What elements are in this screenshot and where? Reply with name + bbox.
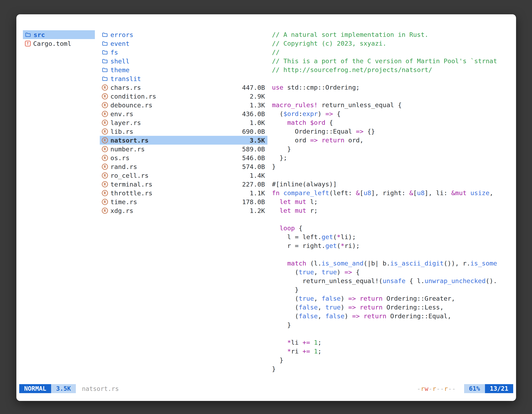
code-line: (false, false) => return Ordering::Equal… — [272, 312, 512, 320]
percent-badge: 61% — [464, 384, 485, 393]
file-size: 2.9K — [246, 93, 265, 100]
code-line: } — [272, 320, 512, 329]
rust-file-icon: R — [102, 85, 108, 91]
file-name: os.rs — [110, 154, 129, 162]
file-row[interactable]: Rlayer.rs1.0K — [100, 118, 267, 127]
file-name: debounce.rs — [110, 101, 152, 109]
code-line: let mut r; — [272, 206, 512, 215]
file-size: 3.5K — [246, 137, 265, 144]
folder-name: theme — [110, 66, 129, 74]
file-row[interactable]: Ros.rs546.0B — [100, 154, 267, 162]
folder-icon — [25, 32, 31, 38]
folder-row[interactable]: translit — [100, 74, 267, 83]
file-name: chars.rs — [110, 84, 141, 91]
rust-file-icon: R — [102, 102, 108, 108]
file-row[interactable]: Rnumber.rs589.0B — [100, 144, 267, 154]
position-badge: 13/21 — [485, 384, 513, 393]
file-size: 1.4K — [246, 172, 265, 179]
file-name: condition.rs — [110, 93, 156, 100]
file-row[interactable]: Renv.rs436.0B — [100, 109, 267, 118]
rust-file-icon: R — [102, 155, 108, 161]
file-row[interactable]: Rdebounce.rs1.3K — [100, 101, 267, 109]
folder-icon — [102, 40, 108, 47]
folder-icon — [102, 32, 108, 38]
folder-name: fs — [110, 49, 118, 56]
file-size: 546.0B — [238, 154, 265, 162]
file-row[interactable]: Rnatsort.rs3.5K — [100, 136, 267, 144]
file-name: lib.rs — [110, 128, 133, 135]
file-size: 178.0B — [238, 198, 265, 206]
file-row[interactable]: Rthrottle.rs1.1K — [100, 189, 267, 197]
code-line — [272, 329, 512, 338]
code-line: *li += 1; — [272, 338, 512, 347]
code-line: r = right.get(*ri); — [272, 241, 512, 250]
folder-name: shell — [110, 58, 129, 65]
file-manager-window: srcTCargo.toml errorseventfsshellthemetr… — [16, 14, 516, 401]
folder-name: event — [110, 40, 129, 47]
folder-icon — [102, 58, 108, 64]
file-row[interactable]: Rrand.rs574.0B — [100, 162, 267, 171]
code-line: // A natural sort implementation in Rust… — [272, 30, 512, 39]
rust-file-icon: R — [102, 93, 108, 99]
code-line: (false, true) => return Ordering::Less, — [272, 303, 512, 312]
code-line — [272, 250, 512, 259]
file-size: 1.0K — [246, 119, 265, 126]
folder-icon — [102, 76, 108, 82]
folder-row[interactable]: fs — [100, 48, 267, 57]
rust-file-icon: R — [102, 181, 108, 187]
file-size: 436.0B — [238, 110, 265, 118]
code-line: (true, true) => { — [272, 268, 512, 277]
file-name: number.rs — [110, 145, 145, 153]
file-row[interactable]: Rtime.rs178.0B — [100, 197, 267, 206]
code-line: use std::cmp::Ordering; — [272, 83, 512, 92]
file-size: 1.3K — [246, 101, 265, 109]
code-line: (true, false) => return Ordering::Greate… — [272, 294, 512, 303]
size-badge: 3.5K — [51, 384, 76, 393]
code-line: } — [272, 162, 512, 171]
file-row[interactable]: Rterminal.rs227.0B — [100, 180, 267, 189]
folder-row[interactable]: src — [23, 30, 95, 39]
file-size: 589.0B — [238, 145, 265, 153]
file-size: 690.0B — [238, 128, 265, 135]
code-line: match $ord { — [272, 118, 512, 127]
rust-file-icon: R — [102, 128, 108, 135]
rust-file-icon: R — [102, 137, 108, 143]
code-line: } — [272, 285, 512, 294]
file-row[interactable]: Rro_cell.rs1.4K — [100, 171, 267, 180]
file-size: 574.0B — [238, 163, 265, 170]
code-line: // — [272, 48, 512, 57]
file-name: throttle.rs — [110, 189, 152, 197]
code-line: *ri += 1; — [272, 347, 512, 356]
mode-badge: NORMAL — [19, 384, 51, 393]
file-row[interactable]: TCargo.toml — [23, 39, 95, 48]
code-line: // http://sourcefrog.net/projects/natsor… — [272, 66, 512, 74]
filename-label: natsort.rs — [82, 385, 119, 392]
parent-pane: srcTCargo.toml — [23, 30, 95, 48]
file-name: time.rs — [110, 198, 137, 206]
code-line — [272, 74, 512, 83]
file-row[interactable]: Rlib.rs690.0B — [100, 127, 267, 136]
folder-name: src — [34, 31, 45, 39]
folder-icon — [102, 67, 108, 73]
code-line: #[inline(always)] — [272, 180, 512, 189]
code-line: match (l.is_some_and(|b| b.is_ascii_digi… — [272, 259, 512, 268]
rust-file-icon: R — [102, 120, 108, 126]
file-name: ro_cell.rs — [110, 172, 149, 179]
file-row[interactable]: Rxdg.rs1.2K — [100, 206, 267, 215]
code-line: // This is a port of the C version of Ma… — [272, 57, 512, 66]
folder-row[interactable]: theme — [100, 66, 267, 74]
rust-file-icon: R — [102, 173, 108, 179]
file-row[interactable]: Rchars.rs447.0B — [100, 83, 267, 92]
folder-row[interactable]: errors — [100, 30, 267, 39]
preview-pane: // A natural sort implementation in Rust… — [272, 30, 512, 373]
file-name: env.rs — [110, 110, 133, 118]
folder-row[interactable]: event — [100, 39, 267, 48]
folder-row[interactable]: shell — [100, 57, 267, 66]
file-row[interactable]: Rcondition.rs2.9K — [100, 92, 267, 101]
code-line: fn compare_left(left: &[u8], right: &[u8… — [272, 189, 512, 197]
file-name: layer.rs — [110, 119, 141, 126]
toml-file-icon: T — [25, 41, 31, 47]
status-bar: NORMAL 3.5K natsort.rs -rw-r--r-- 61% 13… — [19, 384, 513, 393]
current-pane: errorseventfsshellthemetranslitRchars.rs… — [100, 30, 267, 215]
file-name: natsort.rs — [110, 137, 149, 144]
